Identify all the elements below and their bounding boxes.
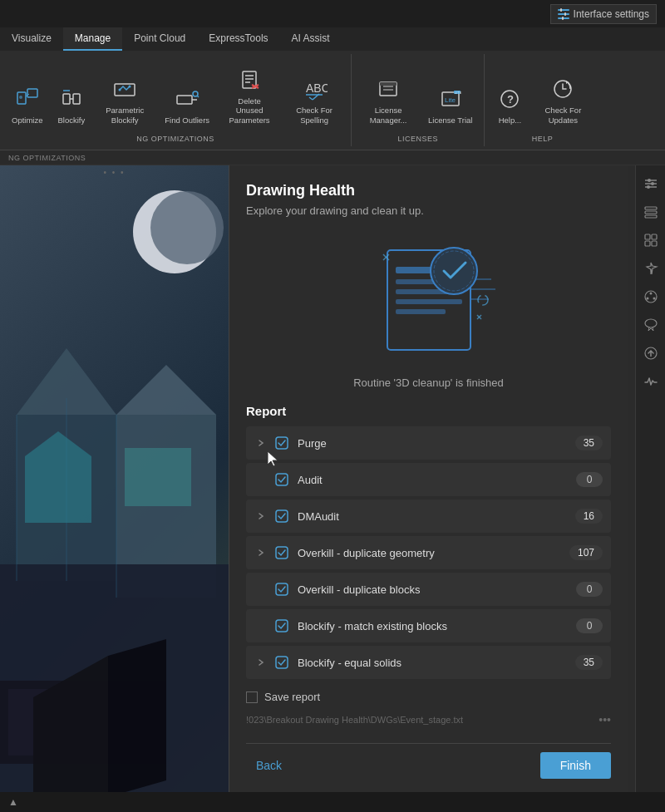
blockify-equal-label: Blockify - equal solids [298,657,575,669]
ribbon-item-license-manager[interactable]: License Manager... [358,72,418,128]
sidebar-pin-button[interactable] [639,257,663,280]
purge-count: 35 [575,436,603,450]
ribbon-item-check-updates[interactable]: Check For Updates [533,72,593,128]
routine-text: Routine '3D cleanup' is finished [246,376,611,389]
chevron-icon-purge [254,436,268,450]
parametric-blockify-label: Parametric Blockify [100,106,150,125]
3d-scene [0,165,229,792]
balloon-icon [643,317,658,332]
report-item-blockify-match[interactable]: Blockify - match existing blocks 0 [246,609,611,642]
delete-unused-label: Delete Unused Parameters [224,96,274,125]
report-list: Purge 35 [246,426,611,679]
sidebar-layers-button[interactable] [639,200,663,224]
sidebar-sliders-button[interactable] [639,172,663,195]
svg-point-99 [645,319,657,327]
top-bar: Interface settings [0,0,665,27]
svg-rect-92 [645,241,650,246]
report-item-blockify-equal[interactable]: Blockify - equal solids 35 [246,646,611,679]
svg-point-9 [19,96,22,99]
ribbon-item-check-spelling[interactable]: ABC Check For Spelling [284,72,344,128]
section-bar: NG OPTIMIZATIONS [0,150,665,165]
chevron-icon-overkill-geo [254,546,268,559]
check-spelling-icon: ABC [301,76,328,102]
svg-rect-4 [564,12,566,16]
find-outliers-icon [174,86,200,112]
ribbon-item-help[interactable]: ? Help... [491,82,528,128]
check-icon-audit [274,472,289,487]
find-outliers-label: Find Outliers [165,116,209,125]
illustration [246,234,611,367]
blockify-match-count: 0 [576,618,603,633]
svg-rect-34 [380,82,397,86]
ribbon-item-blockify[interactable]: Blockify [52,82,90,128]
activity-icon [643,374,658,389]
tab-visualize[interactable]: Visualize [0,27,63,51]
interface-settings-label: Interface settings [574,8,649,20]
tab-aiassist[interactable]: AI Assist [280,27,342,51]
finish-button[interactable]: Finish [540,752,611,779]
report-item-dmaudit[interactable]: DMAudit 16 [246,500,611,533]
sidebar-palette-button[interactable] [639,285,663,308]
overkill-geo-label: Overkill - duplicate geometry [298,547,569,559]
svg-marker-46 [116,365,216,415]
sidebar-grid-button[interactable] [639,229,663,252]
svg-rect-79 [276,620,288,632]
drag-handle[interactable]: • • • [0,165,229,180]
svg-point-67 [431,248,477,294]
svg-rect-11 [73,94,80,104]
chevron-icon-blockify-equal [254,656,268,669]
blockify-equal-count: 35 [575,655,603,670]
svg-rect-75 [276,474,288,485]
svg-rect-63 [396,309,446,314]
drag-dots: • • • [103,168,125,177]
sidebar-balloon-button[interactable] [639,313,663,337]
svg-rect-87 [645,207,657,209]
svg-rect-77 [276,547,288,559]
report-title: Report [246,404,611,418]
svg-rect-88 [645,211,657,214]
svg-point-96 [649,293,652,295]
more-options-icon[interactable]: ••• [598,713,611,726]
optimize-label: Optimize [12,116,42,125]
dmaudit-label: DMAudit [298,510,575,523]
ribbon-item-license-trial[interactable]: Lite LITE License Trial [423,82,477,128]
ribbon-item-delete-unused[interactable]: Delete Unused Parameters [219,63,279,128]
report-item-overkill-blocks[interactable]: Overkill - duplicate blocks 0 [246,573,611,606]
interface-settings-button[interactable]: Interface settings [550,4,657,24]
svg-rect-74 [276,437,288,449]
svg-point-84 [648,179,651,182]
svg-rect-89 [645,215,657,218]
svg-text:Lite: Lite [445,96,456,104]
svg-rect-7 [27,89,37,97]
layers-icon [643,204,658,219]
bottom-bar: ▲ [0,792,665,812]
palette-icon [643,289,658,304]
svg-rect-17 [177,96,192,104]
ribbon-item-find-outliers[interactable]: Find Outliers [160,82,214,128]
help-icon: ? [496,86,523,112]
svg-rect-3 [560,8,562,12]
svg-rect-5 [562,17,564,20]
grid-icon [643,233,658,248]
ribbon-item-parametric-blockify[interactable]: Parametric Blockify [95,72,155,128]
check-icon-blockify-equal [274,655,289,670]
bottom-arrow-up[interactable]: ▲ [8,796,18,808]
save-report-checkbox[interactable] [246,691,258,703]
svg-marker-57 [108,639,166,792]
sidebar-upload-button[interactable] [639,342,663,365]
audit-count: 0 [576,472,603,487]
ribbon-item-optimize[interactable]: Optimize [7,82,47,128]
report-item-overkill-geo[interactable]: Overkill - duplicate geometry 107 [246,536,611,569]
svg-rect-0 [558,9,569,11]
tab-expresstools[interactable]: ExpressTools [197,27,279,51]
tab-pointcloud[interactable]: Point Cloud [122,27,197,51]
back-button[interactable]: Back [246,752,292,779]
report-item-purge[interactable]: Purge 35 [246,426,611,460]
sidebar-activity-button[interactable] [639,370,663,393]
license-manager-icon [375,76,401,102]
svg-rect-62 [396,299,462,304]
svg-point-98 [646,298,648,300]
check-icon-blockify-match [274,618,289,633]
tab-manage[interactable]: Manage [63,27,122,51]
report-item-audit[interactable]: Audit 0 [246,463,611,496]
